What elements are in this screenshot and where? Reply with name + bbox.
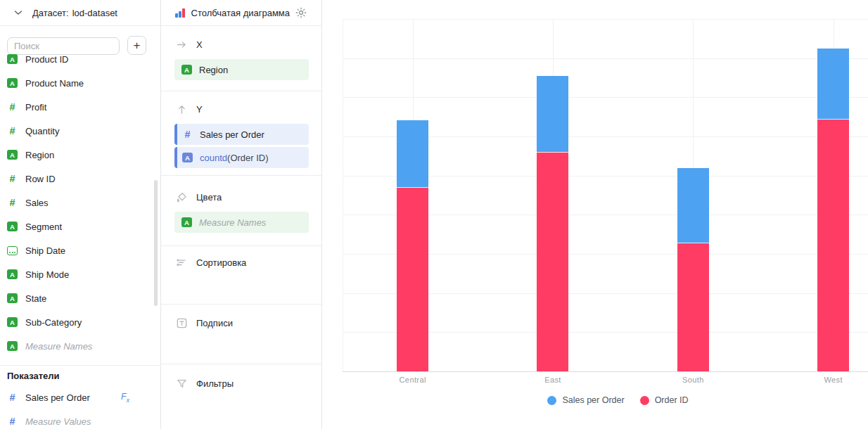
field-item[interactable]: AState — [0, 286, 160, 310]
legend-dot — [547, 396, 556, 405]
string-green-icon: A — [7, 222, 18, 231]
legend-dot — [640, 396, 649, 405]
section-label: X — [196, 39, 203, 50]
string-green-icon: A — [7, 293, 18, 303]
bar-segment-sales-per-order[interactable] — [677, 168, 709, 243]
field-chip[interactable]: ARegion — [174, 59, 309, 80]
field-item[interactable]: ARegion — [0, 143, 160, 167]
field-item[interactable]: ASub-Category — [0, 310, 160, 334]
bar-segment-order-id[interactable] — [537, 152, 568, 371]
measure-label: Measure Values — [25, 416, 91, 427]
number-green-icon: # — [7, 197, 18, 208]
section-labels-header[interactable]: Подписи — [176, 316, 308, 329]
field-chip[interactable]: #Sales per Order — [174, 124, 309, 145]
datalens-wizard: Датасет:lod-dataset + AProduct IDAProduc… — [0, 0, 868, 429]
legend-item[interactable]: Sales per Order — [547, 395, 624, 405]
category-label: East — [521, 376, 585, 384]
section-filters-header[interactable]: Фильтры — [176, 377, 308, 390]
section-colors-header[interactable]: Цвета — [176, 191, 308, 203]
section-x: XARegion — [161, 26, 321, 91]
dataset-label: Датасет:lod-dataset — [32, 8, 117, 18]
string-green-icon: A — [7, 78, 18, 88]
legend-label: Sales per Order — [562, 395, 624, 405]
field-item[interactable]: #Sales — [0, 191, 160, 214]
field-label: State — [25, 293, 46, 304]
field-label: Sub-Category — [25, 317, 82, 328]
field-label: Product ID — [25, 54, 68, 65]
field-label: Sales — [25, 198, 49, 208]
bar-segment-sales-per-order[interactable] — [537, 76, 568, 152]
chevron-down-icon[interactable] — [13, 7, 24, 18]
dataset-header[interactable]: Датасет:lod-dataset — [0, 0, 160, 26]
string-green-icon: A — [7, 341, 18, 351]
field-item[interactable]: Ship Date — [0, 238, 160, 262]
date-green-icon — [7, 246, 18, 255]
arrow-up-icon — [176, 103, 188, 115]
section-x-header[interactable]: X — [176, 38, 308, 51]
formula-icon[interactable]: Fx — [121, 392, 129, 404]
section-y-header[interactable]: Y — [176, 103, 308, 115]
divider — [0, 365, 160, 366]
field-chip[interactable]: Acountd(Order ID) — [174, 147, 309, 168]
field-list-scrollbar[interactable] — [154, 180, 158, 306]
field-chip[interactable]: AMeasure Names — [174, 212, 309, 233]
chips: #Sales per OrderAcountd(Order ID) — [174, 124, 308, 168]
field-item[interactable]: AProduct ID — [0, 47, 160, 71]
legend-item[interactable]: Order ID — [640, 395, 689, 405]
field-label: Profit — [25, 102, 46, 113]
section-sort: Сортировка — [161, 246, 321, 305]
measure-list: #Sales per OrderFx#Measure Values — [0, 385, 160, 429]
filter-icon — [176, 378, 188, 390]
section-label: Цвета — [196, 192, 222, 203]
bar-segment-order-id[interactable] — [397, 187, 428, 371]
string-green-icon: A — [181, 217, 192, 227]
number-blue-icon: # — [182, 129, 193, 140]
measure-item[interactable]: #Measure Values — [0, 409, 160, 429]
gridline-h — [343, 97, 868, 98]
column-chart-icon[interactable] — [175, 8, 185, 18]
bar-segment-order-id[interactable] — [677, 243, 709, 371]
field-label: Measure Names — [25, 341, 92, 352]
category-label: Central — [381, 376, 445, 384]
field-item[interactable]: AShip Mode — [0, 262, 160, 286]
measure-label: Sales per Order — [25, 392, 90, 403]
category-label: West — [802, 376, 865, 384]
bar-segment-order-id[interactable] — [817, 119, 849, 371]
chart-config-panel: Столбчатая диаграмма XARegionY#Sales per… — [161, 0, 322, 429]
dataset-panel: Датасет:lod-dataset + AProduct IDAProduc… — [0, 0, 161, 429]
field-item[interactable]: #Profit — [0, 95, 160, 119]
chart-type-selector[interactable]: Столбчатая диаграмма — [191, 8, 291, 18]
section-label: Фильтры — [196, 378, 234, 389]
gridline-h — [343, 19, 868, 20]
field-label: Region — [25, 150, 54, 160]
field-item[interactable]: AProduct Name — [0, 71, 160, 95]
number-green-icon: # — [7, 125, 18, 136]
field-list: AProduct IDAProduct Name#Profit#Quantity… — [0, 47, 160, 358]
arrow-right-icon — [176, 39, 188, 51]
gear-icon[interactable] — [295, 6, 307, 19]
field-label: Ship Date — [25, 245, 65, 256]
number-blue-icon: # — [7, 416, 18, 427]
field-item[interactable]: #Quantity — [0, 119, 160, 143]
bar-segment-sales-per-order[interactable] — [397, 120, 428, 187]
chips: ARegion — [174, 59, 308, 80]
field-label: Product Name — [25, 78, 84, 89]
legend: Sales per OrderOrder ID — [343, 395, 868, 405]
field-label: Ship Mode — [25, 269, 69, 280]
section-label: Y — [196, 104, 203, 115]
number-green-icon: # — [7, 173, 18, 184]
measure-item[interactable]: #Sales per OrderFx — [0, 385, 160, 409]
chip-label: Measure Names — [199, 217, 266, 228]
section-y: Y#Sales per OrderAcountd(Order ID) — [161, 91, 321, 176]
dataset-name: lod-dataset — [72, 8, 117, 18]
field-label: Segment — [25, 222, 62, 232]
field-item[interactable]: #Row ID — [0, 167, 160, 191]
number-blue-icon: # — [7, 392, 18, 403]
field-item[interactable]: ASegment — [0, 214, 160, 238]
category-label: South — [661, 376, 725, 384]
chips: AMeasure Names — [174, 212, 308, 233]
field-item[interactable]: AMeasure Names — [0, 334, 160, 358]
bar-segment-sales-per-order[interactable] — [817, 49, 849, 119]
field-label: Row ID — [25, 174, 56, 184]
section-sort-header[interactable]: Сортировка — [176, 256, 308, 269]
